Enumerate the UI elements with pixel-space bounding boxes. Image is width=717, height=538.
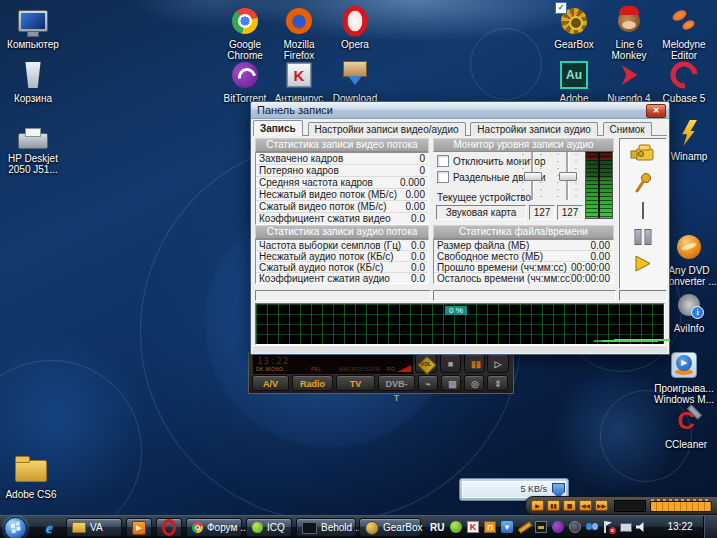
tv-macrovision: MACROVISION [339, 366, 380, 372]
tv-volume-button[interactable]: VOL [415, 354, 437, 373]
chrome-icon [192, 522, 203, 533]
pause-button[interactable] [635, 229, 652, 245]
tray-download-master-icon[interactable]: ▾ [501, 521, 513, 533]
desktop-icon-hp-printer[interactable]: HP Deskjet 2050 J51... [2, 120, 64, 175]
desktop-icon-ccleaner[interactable]: CCCleaner [655, 406, 717, 450]
tray-action-center-flag-icon[interactable]: x [603, 521, 615, 533]
taskbar-button-forum[interactable]: Форум ... [186, 518, 242, 537]
desktop-icon-wmp[interactable]: Проигрыва... Windows M... [653, 350, 715, 405]
close-button[interactable]: ✕ [646, 104, 666, 118]
record-audio-button[interactable] [633, 172, 653, 197]
mini-next-button[interactable]: ▶▶ [595, 500, 608, 511]
tab-snapshot[interactable]: Снимок [603, 122, 652, 136]
opera-icon [162, 519, 176, 536]
desktop-icon-download[interactable]: Download [324, 60, 386, 104]
checkbox-icon[interactable] [437, 155, 449, 167]
mini-player-bar[interactable]: ▶ ▮▮ ■ ◀◀ ▶▶ [525, 496, 717, 515]
play-icon [634, 255, 652, 272]
tv-stop-button[interactable]: ■ [440, 354, 461, 373]
desktop-icon-adobe-audition[interactable]: AuAdobe [543, 60, 605, 104]
device-field[interactable]: Звуковая карта [436, 205, 526, 220]
mini-stop-button[interactable]: ■ [563, 500, 576, 511]
title-bar[interactable]: Панель записи ✕ [251, 102, 669, 119]
tv-lcd-display: 13:22 DK MONO PAL MACROVISION RO [252, 354, 414, 375]
tab-video-audio-settings[interactable]: Настройки записи видео/аудио [308, 122, 466, 136]
right-volume-slider[interactable] [556, 152, 578, 200]
desktop-icon-firefox[interactable]: Mozilla Firefox [268, 6, 330, 61]
desktop-icon-opera[interactable]: Opera [324, 6, 386, 50]
tv-source-tv-button[interactable]: TV [336, 375, 375, 391]
tray-bittorrent-icon[interactable] [552, 521, 564, 533]
tab-audio-settings[interactable]: Настройки записи аудио [470, 122, 597, 136]
desktop-icon-recycle-bin[interactable]: Корзина [2, 60, 64, 104]
mini-pause-button[interactable]: ▮▮ [547, 500, 560, 511]
language-indicator[interactable]: RU [430, 521, 444, 534]
stat-row: Коэффициент сжатия аудио0.0 [256, 273, 428, 283]
taskbar-button-va[interactable]: VA [66, 518, 122, 537]
play-button[interactable] [634, 255, 652, 275]
tray-behold-tv-icon[interactable] [535, 521, 547, 533]
stop-button[interactable] [642, 203, 644, 218]
mini-prev-button[interactable]: ◀◀ [579, 500, 592, 511]
left-volume-slider[interactable] [521, 152, 543, 200]
taskbar-button-icq[interactable]: ICQ [246, 518, 292, 537]
tray-volume-icon[interactable] [636, 521, 648, 533]
desktop-icon-chrome[interactable]: Google Chrome [214, 6, 276, 61]
mini-player-progress[interactable] [650, 501, 712, 512]
tray-binoculars-icon[interactable] [586, 521, 598, 533]
tv-play-button[interactable]: ▷ [487, 354, 509, 373]
status-bar-right [619, 290, 667, 301]
stat-row: Средняя частота кадров0.000 [256, 177, 428, 189]
tray-network-icon[interactable] [620, 523, 632, 532]
microphone-icon [633, 172, 653, 194]
desktop-icon-adobe-cs6[interactable]: Adobe CS6 [0, 456, 62, 500]
tv-source-av-button[interactable]: A/V [252, 375, 289, 391]
internet-explorer-icon[interactable]: e [46, 518, 53, 538]
audio-stats-group: Статистика записи аудио потока Частота в… [255, 225, 429, 284]
ccleaner-icon: C [673, 408, 699, 434]
start-button[interactable] [4, 517, 27, 538]
tv-pause-button[interactable]: ▮▮ [464, 354, 485, 373]
desktop-icon-gearbox[interactable]: GearBox [543, 6, 605, 50]
taskbar-button-opera[interactable] [156, 518, 182, 537]
desktop-icon-nuendo[interactable]: Nuendo 4 [598, 60, 660, 104]
taskbar-button-wmp[interactable]: ▶ [126, 518, 152, 537]
tab-record[interactable]: Запись [253, 120, 303, 136]
stat-row: Потеряно кадров0 [256, 165, 428, 177]
slider-thumb[interactable] [559, 172, 577, 181]
desktop-icon-antivirus[interactable]: KАнтивирус [268, 60, 330, 104]
tv-updown-button[interactable]: ⇕ [487, 375, 508, 391]
tv-preset-button[interactable]: ▤ [441, 375, 461, 391]
stat-row: Размер файла (МБ)0.00 [434, 240, 613, 251]
stat-row: Свободное место (МБ)0.00 [434, 251, 613, 262]
window-title: Панель записи [257, 104, 333, 116]
slider-thumb[interactable] [524, 172, 542, 181]
audition-icon: Au [560, 61, 588, 89]
tray-kaspersky-icon[interactable]: K [467, 521, 479, 533]
printer-icon [18, 133, 48, 149]
stat-row: Несжатый видео поток (МБ/с)0.00 [256, 189, 428, 201]
mini-play-button[interactable]: ▶ [531, 500, 544, 511]
tv-source-dvbt-button[interactable]: DVB-T [378, 375, 415, 391]
taskbar-button-behold[interactable]: Behold ... [296, 518, 356, 537]
desktop-icon-melodyne[interactable]: Melodyne Editor [653, 6, 715, 61]
desktop-icon-cubase[interactable]: Cubase 5 [653, 60, 715, 104]
taskbar-button-gearbox[interactable]: GearBox [359, 518, 421, 537]
tray-stylus-icon[interactable] [518, 521, 530, 533]
tv-settings-button[interactable]: ⌁ [418, 375, 438, 391]
desktop-icon-computer[interactable]: Компьютер [2, 6, 64, 50]
tv-record-button[interactable]: ◎ [464, 375, 484, 391]
desktop-icon-line6-monkey[interactable]: Line 6 Monkey [598, 6, 660, 61]
tray-disc-icon[interactable] [569, 521, 581, 533]
checkbox-icon[interactable] [437, 171, 449, 183]
show-desktop-button[interactable] [703, 516, 717, 538]
tray-punto-icon[interactable]: П [484, 521, 496, 533]
tv-clock: 13:22 [257, 356, 289, 366]
record-video-button[interactable] [629, 144, 657, 166]
desktop-icon-bittorrent[interactable]: BitTorrent [214, 60, 276, 104]
tray-icq-icon[interactable] [450, 521, 462, 533]
desktop: { "desktop": { "icons": [ {"label": "Ком… [0, 0, 717, 538]
taskbar-clock[interactable]: 13:22 [659, 521, 701, 532]
wallpaper-circle [470, 28, 542, 100]
tv-source-radio-button[interactable]: Radio [292, 375, 333, 391]
